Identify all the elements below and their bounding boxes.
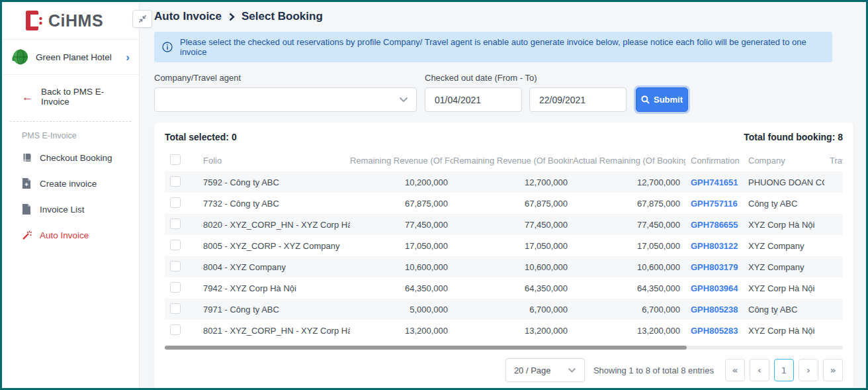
current-page-button[interactable]: 1 [774, 359, 794, 381]
column-header-actual-remaining: Actual Remaining (Of Booking) [573, 156, 685, 166]
hotel-selector[interactable]: Green Planet Hotel › [2, 40, 139, 75]
company-cell: PHUONG DOAN CORP [743, 177, 824, 187]
company-cell: Công ty ABC [743, 199, 824, 209]
row-checkbox[interactable] [170, 324, 181, 335]
date-from-input[interactable] [425, 87, 522, 112]
table-row: 7732 - Công ty ABC 67,875,000 67,875,000… [165, 193, 843, 214]
divider [10, 121, 131, 122]
row-checkbox[interactable] [170, 261, 181, 271]
breadcrumb-parent: Auto Invoice [154, 10, 222, 23]
table-row: 7971 - Công ty ABC 5,000,000 6,700,000 6… [165, 299, 843, 320]
submit-button[interactable]: Submit [636, 87, 688, 112]
remaining-revenue-folio-cell: 77,450,000 [350, 220, 453, 230]
submit-label: Submit [654, 95, 683, 105]
arrow-left-icon: ← [22, 91, 33, 103]
breadcrumb-chevron-icon [228, 13, 235, 21]
next-page-button[interactable]: › [799, 359, 818, 381]
sidebar-item-invoice-list[interactable]: Invoice List [2, 199, 139, 220]
row-checkbox[interactable] [170, 176, 181, 187]
confirmation-link[interactable]: GPH803964 [691, 283, 738, 293]
row-checkbox[interactable] [170, 240, 181, 250]
folio-cell: 8020 - XYZ_CORP_HN - XYZ Corp Hà Nội [203, 220, 350, 230]
remaining-revenue-booking-cell: 17,050,000 [453, 241, 573, 251]
sidebar-item-auto-invoice[interactable]: Auto Invoice [2, 224, 139, 246]
confirmation-link[interactable]: GPH805238 [691, 305, 738, 315]
date-range-label: Checked out date (From - To) [425, 73, 627, 83]
table-row: 8005 - XYZ_CORP - XYZ Company 17,050,000… [165, 235, 843, 256]
folio-cell: 7942 - XYZ Corp Hà Nội [203, 283, 350, 293]
last-page-button[interactable]: » [823, 359, 843, 381]
sidebar-item-label: Invoice List [40, 205, 85, 215]
column-header-remaining-revenue-booking: Remaining Revenue (Of Booking) [453, 156, 573, 166]
confirmation-link[interactable]: GPH757116 [691, 199, 738, 209]
remaining-revenue-booking-cell: 12,700,000 [453, 177, 573, 187]
info-icon [162, 42, 173, 52]
booking-table: Folio Remaining Revenue (Of Folio) Remai… [165, 149, 843, 341]
first-page-button[interactable]: « [725, 359, 745, 381]
sidebar-item-create-invoice[interactable]: Create invoice [2, 173, 139, 194]
confirmation-link[interactable]: GPH741651 [691, 177, 738, 187]
confirmation-link[interactable]: GPH805283 [691, 326, 738, 336]
book-icon [22, 152, 32, 163]
confirmation-link[interactable]: GPH786655 [691, 220, 738, 230]
sidebar-collapse-button[interactable] [132, 10, 152, 28]
row-checkbox[interactable] [170, 282, 181, 293]
back-to-pms-link[interactable]: ← Back to PMS E-Invoice [2, 75, 139, 116]
folio-cell: 8021 - XYZ_CORP_HN - XYZ Corp Hà Nội [203, 326, 350, 336]
actual-remaining-cell: 10,600,000 [573, 262, 685, 272]
remaining-revenue-folio-cell: 67,875,000 [350, 199, 453, 209]
banner-text: Please select the checked out reservatio… [180, 37, 824, 57]
horizontal-scrollbar [165, 346, 843, 350]
column-header-remaining-revenue-folio: Remaining Revenue (Of Folio) [350, 156, 453, 166]
actual-remaining-cell: 77,450,000 [573, 220, 685, 230]
page-size-value: 20 / Page [514, 366, 551, 375]
column-header-travel-agent: Travel agent [824, 156, 843, 166]
checked-out-date-field: Checked out date (From - To) [425, 73, 627, 112]
company-cell: XYZ Corp Hà Nội [743, 326, 824, 336]
remaining-revenue-folio-cell: 10,600,000 [350, 262, 453, 272]
sidebar-item-checkout-booking[interactable]: Checkout Booking [2, 147, 139, 168]
select-all-checkbox[interactable] [170, 154, 181, 165]
total-selected: Total selected: 0 [165, 132, 237, 142]
globe-icon [11, 48, 29, 66]
pagination-summary: Showing 1 to 8 of total 8 entries [593, 366, 714, 375]
remaining-revenue-booking-cell: 13,200,000 [453, 326, 573, 336]
previous-page-button[interactable]: ‹ [750, 359, 769, 381]
chevron-right-icon: › [126, 52, 130, 63]
row-checkbox[interactable] [170, 303, 181, 314]
total-found-booking: Total found booking: 8 [744, 132, 843, 142]
scrollbar-thumb[interactable] [165, 346, 687, 350]
date-to-input[interactable] [529, 87, 627, 112]
table-row: 8021 - XYZ_CORP_HN - XYZ Corp Hà Nội 13,… [165, 320, 843, 341]
remaining-revenue-booking-cell: 77,450,000 [453, 220, 573, 230]
totals-row: Total selected: 0 Total found booking: 8 [165, 132, 843, 142]
confirmation-link[interactable]: GPH803179 [691, 262, 738, 272]
page-size-select[interactable]: 20 / Page [505, 358, 585, 382]
company-label: Company/Travel agent [154, 73, 417, 83]
row-checkbox[interactable] [170, 197, 181, 208]
pagination-bar: 20 / Page Showing 1 to 8 of total 8 entr… [165, 358, 843, 382]
table-row: 7942 - XYZ Corp Hà Nội 64,350,000 64,350… [165, 277, 843, 299]
folio-cell: 7732 - Công ty ABC [203, 199, 350, 209]
main-content: Auto Invoice Select Booking Please selec… [140, 2, 866, 388]
confirmation-link[interactable]: GPH803122 [691, 241, 738, 251]
row-checkbox[interactable] [170, 219, 181, 229]
folio-cell: 8005 - XYZ_CORP - XYZ Company [203, 241, 350, 251]
company-field: Company/Travel agent [154, 73, 417, 112]
company-cell: XYZ Company [743, 241, 824, 251]
company-select[interactable] [154, 87, 417, 112]
hotel-name: Green Planet Hotel [36, 52, 126, 62]
actual-remaining-cell: 64,350,000 [573, 283, 685, 293]
logo: CiHMS [2, 2, 139, 40]
column-header-confirmation: Confirmation [685, 156, 743, 166]
logo-text: CiHMS [48, 11, 103, 30]
file-plus-icon [22, 178, 32, 189]
folio-cell: 7971 - Công ty ABC [203, 305, 350, 315]
company-cell: XYZ Corp Hà Nội [743, 220, 824, 230]
filter-bar: Company/Travel agent Checked out date (F… [154, 73, 866, 112]
table-row: 8020 - XYZ_CORP_HN - XYZ Corp Hà Nội 77,… [165, 214, 843, 235]
breadcrumb-current: Select Booking [241, 10, 323, 23]
app-window: CiHMS Green Plan [0, 0, 868, 390]
remaining-revenue-folio-cell: 13,200,000 [350, 326, 453, 336]
remaining-revenue-folio-cell: 64,350,000 [350, 283, 453, 293]
